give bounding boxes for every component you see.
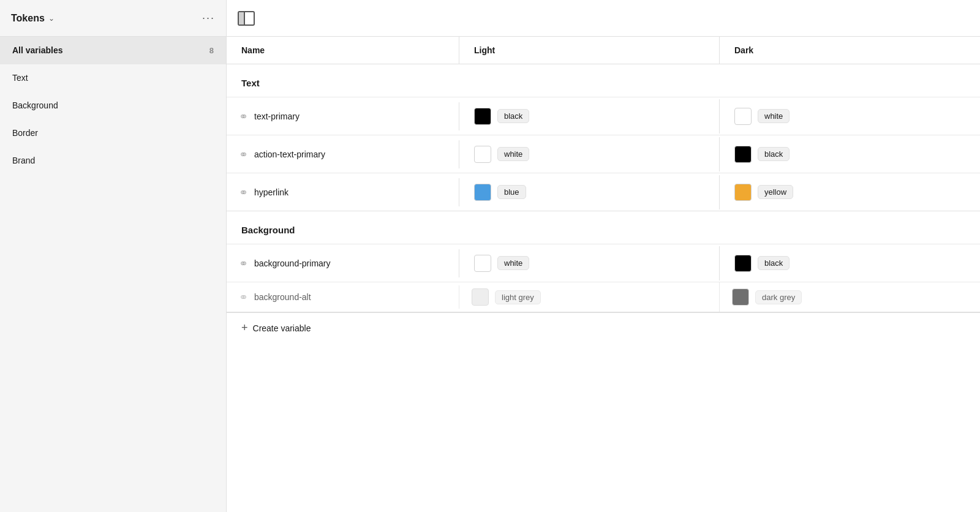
- table-row: ⚭ action-text-primary white black: [227, 135, 980, 173]
- color-label: white: [497, 256, 529, 270]
- color-swatch: [474, 255, 491, 272]
- color-swatch: [474, 146, 491, 163]
- color-label: light grey: [495, 290, 541, 304]
- section-background-heading: Background: [241, 225, 295, 235]
- panel-toggle-button[interactable]: [238, 11, 255, 26]
- variable-dark-cell[interactable]: black: [720, 246, 980, 280]
- variable-light-cell[interactable]: light grey: [459, 282, 720, 312]
- sidebar-item-badge: 8: [209, 46, 214, 55]
- chevron-down-icon: ⌄: [48, 14, 55, 23]
- section-background-heading-row: Background: [227, 211, 980, 244]
- sidebar-title: Tokens: [11, 13, 45, 24]
- sidebar-header: Tokens ⌄ ···: [0, 0, 226, 37]
- sidebar-item-brand[interactable]: Brand: [0, 147, 226, 175]
- color-label: black: [497, 109, 529, 123]
- sidebar-item-all-variables[interactable]: All variables 8: [0, 37, 226, 64]
- table-row: ⚭ hyperlink blue yellow: [227, 173, 980, 211]
- sidebar-item-label: All variables: [12, 45, 63, 55]
- section-text-heading: Text: [241, 78, 260, 88]
- variable-name-cell: ⚭ hyperlink: [227, 178, 459, 206]
- sidebar-item-label: Background: [12, 100, 58, 110]
- sidebar-item-border[interactable]: Border: [0, 119, 226, 147]
- color-label: blue: [497, 185, 526, 199]
- variable-name: hyperlink: [254, 187, 288, 197]
- variable-light-cell[interactable]: white: [459, 246, 720, 280]
- color-swatch: [734, 184, 752, 201]
- color-swatch: [734, 146, 752, 163]
- color-label: white: [497, 147, 529, 161]
- color-swatch: [732, 288, 749, 306]
- plus-icon: +: [241, 322, 248, 334]
- table-row: ⚭ background-alt light grey dark grey: [227, 282, 980, 312]
- table-row: ⚭ background-primary white black: [227, 244, 980, 282]
- variable-dark-cell[interactable]: white: [720, 99, 980, 134]
- variable-dark-cell[interactable]: dark grey: [720, 282, 980, 312]
- color-swatch: [474, 108, 491, 125]
- color-swatch: [472, 288, 489, 306]
- variable-name-cell: ⚭ background-alt: [227, 285, 459, 309]
- palette-icon: ⚭: [239, 111, 248, 122]
- sidebar-title-group: Tokens ⌄: [11, 13, 55, 24]
- variable-name-cell: ⚭ background-primary: [227, 249, 459, 277]
- variable-name-cell: ⚭ text-primary: [227, 102, 459, 130]
- variable-light-cell[interactable]: white: [459, 137, 720, 171]
- col-dark-header: Dark: [720, 37, 980, 64]
- variable-dark-cell[interactable]: black: [720, 137, 980, 171]
- variables-table: Name Light Dark Text ⚭ text-primary blac…: [227, 37, 980, 512]
- col-light-header: Light: [459, 37, 720, 64]
- create-variable-label: Create variable: [253, 323, 311, 333]
- table-header: Name Light Dark: [227, 37, 980, 64]
- section-background: Background ⚭ background-primary white bl…: [227, 211, 980, 312]
- col-name-header: Name: [227, 37, 459, 64]
- palette-icon: ⚭: [239, 258, 248, 269]
- sidebar: Tokens ⌄ ··· All variables 8 Text Backgr…: [0, 0, 227, 512]
- variable-name: text-primary: [254, 111, 300, 121]
- section-text-heading-row: Text: [227, 64, 980, 97]
- sidebar-item-label: Brand: [12, 156, 35, 165]
- color-swatch: [474, 184, 491, 201]
- color-label: white: [758, 109, 790, 123]
- variable-name: background-alt: [254, 292, 311, 302]
- color-label: black: [758, 147, 790, 161]
- variable-light-cell[interactable]: blue: [459, 175, 720, 209]
- sidebar-item-label: Text: [12, 73, 28, 83]
- color-label: yellow: [758, 185, 793, 199]
- palette-icon: ⚭: [239, 292, 248, 303]
- main-content: Name Light Dark Text ⚭ text-primary blac…: [227, 0, 980, 512]
- sidebar-item-background[interactable]: Background: [0, 92, 226, 119]
- panel-icon-right: [245, 12, 254, 24]
- main-toolbar: [227, 0, 980, 37]
- color-swatch: [734, 255, 752, 272]
- variable-name: background-primary: [254, 258, 331, 268]
- color-label: dark grey: [755, 290, 802, 304]
- palette-icon: ⚭: [239, 149, 248, 160]
- create-variable-footer[interactable]: + Create variable: [227, 312, 980, 343]
- more-options-button[interactable]: ···: [202, 12, 215, 24]
- variable-name: action-text-primary: [254, 149, 325, 159]
- sidebar-nav: All variables 8 Text Background Border B…: [0, 37, 226, 175]
- variable-dark-cell[interactable]: yellow: [720, 175, 980, 209]
- sidebar-item-text[interactable]: Text: [0, 64, 226, 92]
- variable-light-cell[interactable]: black: [459, 99, 720, 134]
- section-text: Text ⚭ text-primary black white: [227, 64, 980, 211]
- palette-icon: ⚭: [239, 187, 248, 198]
- color-label: black: [758, 256, 790, 270]
- panel-icon-left: [239, 12, 245, 24]
- sidebar-item-label: Border: [12, 128, 38, 138]
- variable-name-cell: ⚭ action-text-primary: [227, 140, 459, 168]
- color-swatch: [734, 108, 752, 125]
- table-row: ⚭ text-primary black white: [227, 97, 980, 135]
